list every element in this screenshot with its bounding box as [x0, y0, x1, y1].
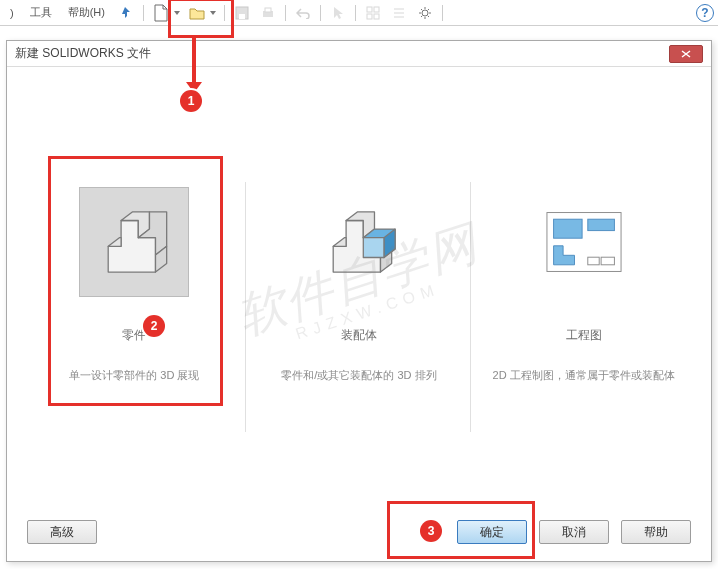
- svg-rect-3: [265, 8, 271, 12]
- chevron-down-icon: [172, 2, 182, 24]
- svg-line-17: [428, 9, 429, 10]
- menu-edge: ): [4, 5, 20, 21]
- help-button[interactable]: 帮助: [621, 520, 691, 544]
- cancel-button[interactable]: 取消: [539, 520, 609, 544]
- gear-icon[interactable]: [414, 2, 436, 24]
- new-file-dialog: 新建 SOLIDWORKS 文件 零件 单一设计零部件的 3D 展现: [6, 40, 712, 562]
- save-icon[interactable]: [231, 2, 253, 24]
- option-drawing[interactable]: 工程图 2D 工程制图，通常属于零件或装配体: [477, 187, 691, 413]
- list-icon[interactable]: [388, 2, 410, 24]
- option-part-title: 零件: [27, 327, 241, 344]
- dialog-button-row: 高级 确定 取消 帮助: [7, 517, 711, 547]
- assembly-icon: [304, 187, 414, 297]
- option-assembly-desc: 零件和/或其它装配体的 3D 排列: [252, 368, 466, 383]
- part-icon: [79, 187, 189, 297]
- option-part[interactable]: 零件 单一设计零部件的 3D 展现: [27, 187, 241, 413]
- print-icon[interactable]: [257, 2, 279, 24]
- separator: [355, 5, 356, 21]
- help-icon[interactable]: ?: [696, 4, 714, 22]
- svg-rect-1: [239, 14, 245, 19]
- menu-help[interactable]: 帮助(H): [62, 3, 111, 22]
- open-file-icon: [186, 2, 208, 24]
- option-assembly-title: 装配体: [252, 327, 466, 344]
- separator: [143, 5, 144, 21]
- menu-tools[interactable]: 工具: [24, 3, 58, 22]
- option-part-desc: 单一设计零部件的 3D 展现: [27, 368, 241, 383]
- new-file-button[interactable]: [150, 2, 182, 24]
- dialog-title: 新建 SOLIDWORKS 文件: [15, 45, 669, 62]
- separator: [285, 5, 286, 21]
- open-file-button[interactable]: [186, 2, 218, 24]
- undo-icon[interactable]: [292, 2, 314, 24]
- grid-icon[interactable]: [362, 2, 384, 24]
- drawing-icon: [529, 187, 639, 297]
- pin-icon[interactable]: [115, 2, 137, 24]
- svg-rect-5: [374, 7, 379, 12]
- svg-line-16: [421, 9, 422, 10]
- separator: [224, 5, 225, 21]
- svg-rect-21: [553, 219, 582, 238]
- svg-rect-4: [367, 7, 372, 12]
- option-assembly[interactable]: 装配体 零件和/或其它装配体的 3D 排列: [252, 187, 466, 413]
- chevron-down-icon: [208, 2, 218, 24]
- template-options: 零件 单一设计零部件的 3D 展现 装配: [7, 67, 711, 413]
- svg-point-11: [422, 10, 428, 16]
- separator: [320, 5, 321, 21]
- ok-button[interactable]: 确定: [457, 520, 527, 544]
- svg-line-18: [421, 15, 422, 16]
- svg-rect-7: [374, 14, 379, 19]
- option-drawing-title: 工程图: [477, 327, 691, 344]
- option-drawing-desc: 2D 工程制图，通常属于零件或装配体: [477, 368, 691, 383]
- cursor-icon[interactable]: [327, 2, 349, 24]
- svg-line-19: [428, 15, 429, 16]
- separator: [442, 5, 443, 21]
- svg-rect-6: [367, 14, 372, 19]
- dialog-titlebar: 新建 SOLIDWORKS 文件: [7, 41, 711, 67]
- advanced-button[interactable]: 高级: [27, 520, 97, 544]
- new-file-icon: [150, 2, 172, 24]
- main-toolbar: ) 工具 帮助(H) ?: [0, 0, 718, 26]
- svg-rect-22: [587, 219, 614, 230]
- close-button[interactable]: [669, 45, 703, 63]
